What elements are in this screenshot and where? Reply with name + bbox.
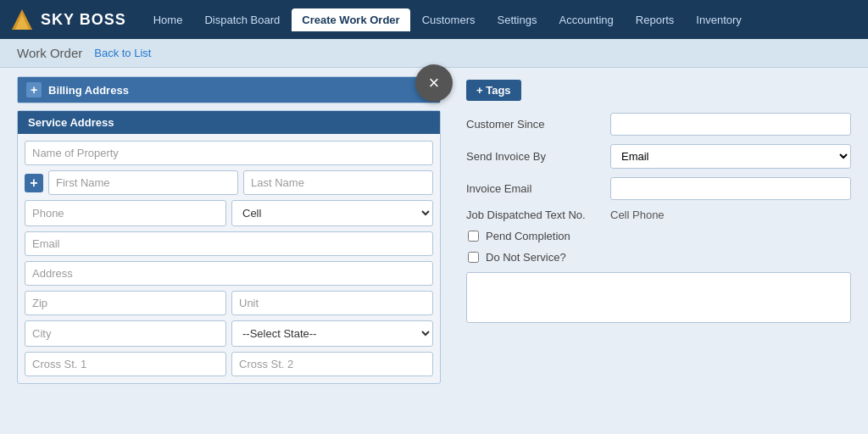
job-dispatched-row: Job Dispatched Text No. Cell Phone (466, 209, 851, 221)
customer-since-input[interactable] (610, 113, 851, 136)
left-column: + Billing Address Service Address + (17, 76, 441, 384)
add-name-button[interactable]: + (25, 174, 43, 192)
pend-completion-checkbox[interactable] (468, 231, 479, 242)
cell-select[interactable]: Cell (231, 200, 433, 226)
job-dispatched-label: Job Dispatched Text No. (466, 209, 602, 221)
notes-textarea[interactable] (466, 272, 851, 323)
page-title: Work Order (17, 46, 82, 60)
phone-row: Cell (25, 200, 433, 226)
zip-input[interactable] (25, 291, 226, 315)
logo[interactable]: SKY BOSS (8, 6, 126, 33)
cross-st2-input[interactable] (231, 352, 433, 376)
close-button[interactable]: × (415, 64, 453, 102)
pend-completion-label[interactable]: Pend Completion (486, 230, 570, 242)
billing-expand-icon[interactable]: + (26, 82, 42, 97)
service-body: + Cell (18, 134, 440, 383)
last-name-input[interactable] (243, 170, 433, 195)
nav-inventory[interactable]: Inventory (686, 8, 751, 31)
do-not-service-row: Do Not Service? (468, 251, 851, 264)
do-not-service-checkbox[interactable] (468, 252, 479, 263)
send-invoice-row: Send Invoice By Email (466, 144, 851, 169)
nav-customers[interactable]: Customers (412, 8, 486, 31)
navbar: SKY BOSS Home Dispatch Board Create Work… (0, 0, 868, 39)
address-input[interactable] (25, 261, 433, 286)
nav-dispatch-board[interactable]: Dispatch Board (194, 8, 290, 31)
property-name-input[interactable] (25, 141, 433, 165)
do-not-service-label[interactable]: Do Not Service? (486, 251, 566, 264)
state-select[interactable]: --Select State-- (231, 320, 433, 347)
nav-settings[interactable]: Settings (487, 8, 548, 31)
billing-label: Billing Address (48, 84, 129, 97)
city-input[interactable] (25, 320, 226, 347)
logo-text: SKY BOSS (41, 11, 126, 29)
customer-since-label: Customer Since (466, 118, 602, 131)
cross-st1-input[interactable] (25, 352, 226, 376)
job-dispatched-value: Cell Phone (610, 209, 851, 221)
page-header: Work Order Back to List (0, 39, 868, 68)
phone-input[interactable] (25, 200, 226, 226)
back-to-list-link[interactable]: Back to List (94, 47, 151, 59)
invoice-email-input[interactable] (610, 177, 851, 200)
zip-unit-row (25, 291, 433, 315)
nav-bar: Home Dispatch Board Create Work Order Cu… (143, 8, 752, 31)
main-content: × + Billing Address Service Address + (0, 68, 868, 392)
service-section: Service Address + Cell (17, 110, 441, 384)
nav-reports[interactable]: Reports (626, 8, 685, 31)
nav-home[interactable]: Home (143, 8, 193, 31)
right-column: + Tags Customer Since Send Invoice By Em… (466, 76, 851, 384)
logo-icon (8, 6, 36, 33)
nav-create-work-order[interactable]: Create Work Order (292, 8, 409, 31)
tags-button[interactable]: + Tags (466, 80, 521, 101)
billing-section: + Billing Address (17, 76, 441, 103)
city-state-row: --Select State-- (25, 320, 433, 347)
invoice-email-label: Invoice Email (466, 182, 602, 195)
service-header: Service Address (18, 111, 440, 134)
send-invoice-label: Send Invoice By (466, 150, 602, 163)
name-row: + (25, 170, 433, 195)
nav-accounting[interactable]: Accounting (548, 8, 623, 31)
invoice-email-row: Invoice Email (466, 177, 851, 200)
unit-input[interactable] (231, 291, 433, 315)
email-input[interactable] (25, 231, 433, 256)
send-invoice-select[interactable]: Email (610, 144, 851, 169)
cross-street-row (25, 352, 433, 376)
customer-since-row: Customer Since (466, 113, 851, 136)
billing-header[interactable]: + Billing Address (18, 77, 440, 103)
service-address-label: Service Address (28, 116, 114, 129)
first-name-input[interactable] (48, 170, 238, 195)
right-form: Customer Since Send Invoice By Email Inv… (466, 113, 851, 323)
pend-completion-row: Pend Completion (468, 230, 851, 242)
